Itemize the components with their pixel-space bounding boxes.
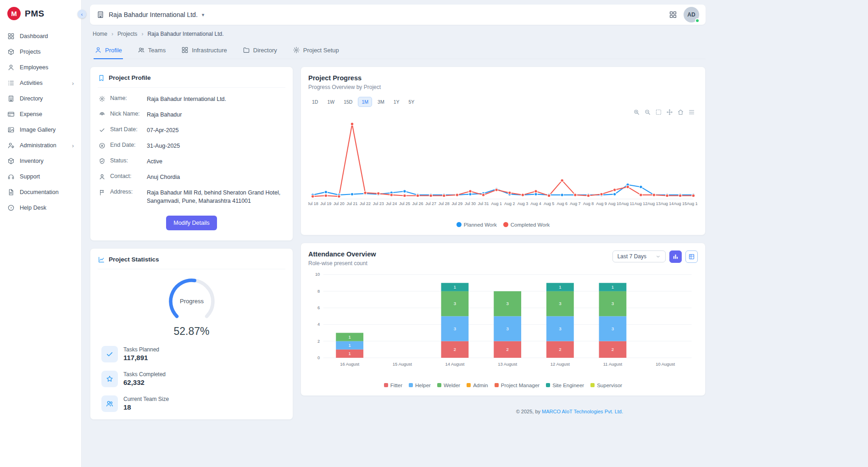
employees-icon — [7, 64, 15, 71]
directory-icon — [7, 95, 15, 102]
check-icon — [101, 346, 118, 362]
sidebar-item-employees[interactable]: Employees — [3, 60, 78, 75]
bar-view-toggle[interactable] — [669, 250, 682, 263]
field-value: Raja Bahadur Mill Rd, behind Sheraton Gr… — [147, 189, 284, 205]
svg-text:15 August: 15 August — [393, 361, 412, 367]
app-logo[interactable]: M PMS — [0, 0, 81, 26]
tab-profile[interactable]: Profile — [94, 43, 123, 59]
legend-item[interactable]: Supervisor — [590, 383, 622, 388]
users-icon — [101, 395, 118, 412]
svg-text:Aug 3: Aug 3 — [517, 201, 528, 206]
footer-link[interactable]: MARCO AIoT Technologies Pvt. Ltd. — [542, 409, 623, 414]
legend-item[interactable]: Welder — [437, 383, 460, 388]
sidebar-item-expense[interactable]: Expense — [3, 106, 78, 122]
user-icon — [95, 46, 102, 54]
svg-text:Aug 15: Aug 15 — [673, 201, 686, 206]
line-chart-plot[interactable]: Jul 18Jul 19Jul 20Jul 21Jul 22Jul 23Jul … — [308, 110, 698, 222]
range-1w[interactable]: 1W — [323, 97, 338, 107]
svg-text:2: 2 — [612, 347, 614, 352]
sidebar-item-help-desk[interactable]: Help Desk — [3, 200, 78, 216]
sidebar-item-activities[interactable]: Activities› — [3, 75, 78, 91]
bar-chart-plot[interactable]: 024681011116 August15 August233114 Augus… — [308, 269, 698, 383]
chart-line-icon — [98, 256, 105, 263]
sidebar-item-projects[interactable]: Projects — [3, 44, 78, 60]
bar-chart[interactable]: 024681011116 August15 August233114 Augus… — [308, 269, 698, 388]
card-title: Project Profile — [109, 74, 151, 81]
tab-teams[interactable]: Teams — [137, 43, 167, 59]
legend-item[interactable]: Planned Work — [456, 222, 497, 228]
field-status: Status:Active — [98, 154, 285, 169]
svg-text:3: 3 — [454, 301, 456, 306]
svg-text:1: 1 — [612, 284, 614, 289]
range-3m[interactable]: 3M — [374, 97, 388, 107]
card-title: Attendance Overview — [308, 250, 376, 258]
company-selector[interactable]: Raja Bahadur International Ltd. ▾ — [96, 11, 204, 19]
pan-icon[interactable] — [666, 109, 673, 116]
sidebar-item-label: Employees — [20, 64, 48, 71]
avatar[interactable]: AD — [684, 7, 699, 22]
tab-bar: Profile Teams Infrastructure Directory P… — [90, 40, 706, 59]
svg-text:12 August: 12 August — [551, 361, 570, 367]
range-1y[interactable]: 1Y — [390, 97, 403, 107]
svg-text:3: 3 — [612, 301, 614, 306]
bookmark-icon — [98, 74, 105, 82]
svg-text:3: 3 — [506, 301, 508, 306]
range-1d[interactable]: 1D — [308, 97, 322, 107]
tab-label: Project Setup — [303, 47, 339, 54]
topbar: Raja Bahadur International Ltd. ▾ AD — [90, 5, 706, 25]
sidebar-collapse-button[interactable]: ‹ — [78, 10, 86, 18]
legend-item[interactable]: Fitter — [384, 383, 402, 388]
breadcrumb-projects[interactable]: Projects — [117, 31, 137, 37]
svg-text:Aug 14: Aug 14 — [661, 201, 673, 206]
sidebar-item-documentation[interactable]: Documentation — [3, 184, 78, 200]
sidebar-item-dashboard[interactable]: Dashboard — [3, 28, 78, 44]
inventory-icon — [7, 157, 15, 165]
reset-home-icon[interactable] — [677, 109, 684, 116]
field-label: Start Date: — [110, 126, 142, 133]
range-1m[interactable]: 1M — [358, 97, 372, 107]
legend-item[interactable]: Admin — [467, 383, 488, 388]
range-selector: 1D 1W 15D 1M 3M 1Y 5Y — [308, 97, 698, 107]
svg-text:Jul 24: Jul 24 — [386, 201, 397, 206]
zoom-out-icon[interactable] — [644, 109, 651, 116]
table-view-toggle[interactable] — [685, 250, 698, 263]
tab-project-setup[interactable]: Project Setup — [292, 43, 340, 59]
tab-directory[interactable]: Directory — [242, 43, 278, 59]
legend-item[interactable]: Completed Work — [503, 222, 550, 228]
attendance-controls: Last 7 Days — [612, 250, 698, 263]
breadcrumb-home[interactable]: Home — [93, 31, 107, 37]
selection-zoom-icon[interactable] — [655, 109, 662, 116]
table-icon — [688, 253, 695, 260]
legend-item[interactable]: Helper — [409, 383, 431, 388]
sidebar-item-administration[interactable]: Administration› — [3, 138, 78, 153]
range-15d[interactable]: 15D — [340, 97, 356, 107]
chart-menu-icon[interactable] — [688, 109, 695, 116]
line-chart[interactable]: Jul 18Jul 19Jul 20Jul 21Jul 22Jul 23Jul … — [308, 110, 698, 228]
sidebar-item-support[interactable]: Support — [3, 169, 78, 184]
grid-icon — [181, 46, 189, 54]
zoom-in-icon[interactable] — [633, 109, 640, 116]
range-5y[interactable]: 5Y — [405, 97, 418, 107]
svg-text:11 August: 11 August — [603, 361, 623, 367]
sidebar-item-directory[interactable]: Directory — [3, 91, 78, 106]
svg-text:Jul 27: Jul 27 — [425, 201, 436, 206]
stat-team-size: Current Team Size18 — [101, 395, 285, 412]
sidebar-item-image-gallery[interactable]: Image Gallery — [3, 122, 78, 138]
project-profile-card: Project Profile Name:Raja Bahadur Intern… — [90, 67, 293, 241]
svg-text:Aug 16: Aug 16 — [687, 201, 698, 206]
days-range-select[interactable]: Last 7 Days — [612, 250, 666, 262]
modify-details-button[interactable]: Modify Details — [166, 216, 217, 230]
legend-item[interactable]: Site Engineer — [546, 383, 584, 388]
tab-label: Profile — [105, 47, 122, 54]
tab-label: Infrastructure — [192, 47, 227, 54]
stat-label: Tasks Completed — [123, 371, 166, 378]
logo-icon: M — [7, 7, 21, 20]
user-icon — [99, 173, 106, 180]
tab-label: Directory — [253, 47, 277, 54]
svg-text:3: 3 — [506, 326, 508, 331]
card-title: Project Progress — [308, 74, 698, 82]
sidebar-item-inventory[interactable]: Inventory — [3, 153, 78, 169]
legend-item[interactable]: Project Manager — [495, 383, 540, 388]
apps-grid-button[interactable] — [669, 11, 677, 19]
tab-infrastructure[interactable]: Infrastructure — [180, 43, 228, 59]
